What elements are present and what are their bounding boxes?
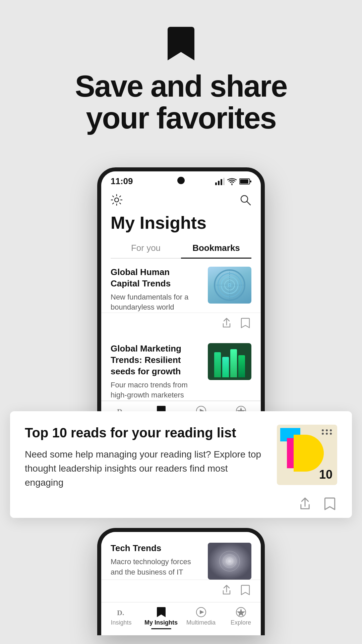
card-actions (25, 496, 337, 511)
svg-rect-3 (223, 178, 225, 185)
article-actions-techtrends (101, 580, 261, 602)
article-subtitle-gmt: Four macro trends from high-growth marke… (111, 380, 201, 401)
phone-frame-bottom: Tech Trends Macro technology forces and … (97, 528, 265, 635)
article-item-ghct: Global Human Capital Trends New fundamen… (101, 259, 261, 313)
top10-yellow-shape (294, 435, 324, 472)
article-text-gmt: Global Marketing Trends: Resilient seeds… (111, 343, 201, 400)
status-icons (215, 178, 251, 185)
nav-label-explore-2: Explore (231, 619, 251, 626)
battery-icon (239, 178, 251, 185)
svg-point-8 (241, 196, 248, 202)
my-insights-nav-icon-2 (156, 606, 167, 618)
svg-rect-1 (218, 181, 220, 185)
wifi-icon (227, 178, 237, 185)
svg-text:D.: D. (117, 608, 124, 617)
top10-dots (322, 429, 333, 435)
tt-art (208, 543, 251, 580)
phone-mockup: 11:09 (0, 167, 362, 438)
multimedia-nav-icon-2 (195, 606, 207, 618)
svg-rect-22 (208, 543, 251, 580)
svg-rect-5 (240, 179, 248, 183)
svg-rect-2 (221, 179, 222, 185)
article-title-techtrends: Tech Trends (111, 543, 201, 554)
share-icon-card[interactable] (298, 496, 312, 511)
dot (326, 429, 328, 431)
nav-label-multimedia-2: Multimedia (186, 619, 216, 626)
bottom-nav-2: D. Insights My Insights Multi (101, 602, 261, 635)
share-icon-techtrends[interactable] (221, 584, 233, 596)
article-thumb-ghct (208, 267, 251, 304)
svg-line-9 (247, 202, 250, 205)
phone-content-bottom: Tech Trends Macro technology forces and … (101, 532, 261, 635)
svg-rect-6 (250, 180, 251, 182)
svg-rect-0 (215, 182, 217, 185)
article-text-techtrends: Tech Trends Macro technology forces and … (111, 543, 201, 577)
tt-svg (208, 543, 251, 580)
article-subtitle-ghct: New fundamentals for a boundaryless worl… (111, 292, 201, 313)
dot (322, 429, 324, 431)
gmt-col-4 (238, 355, 245, 377)
nav-label-my-insights-2: My Insights (144, 619, 178, 626)
card-overlay: Top 10 reads for your reading list Need … (10, 411, 352, 518)
bookmark-icon-ghct[interactable] (239, 317, 251, 329)
card-text: Top 10 reads for your reading list Need … (25, 425, 267, 490)
status-bar: 11:09 (101, 171, 261, 189)
article-text-ghct: Global Human Capital Trends New fundamen… (111, 267, 201, 313)
nav-item-my-insights-2[interactable]: My Insights (141, 606, 181, 629)
phone-frame: 11:09 (97, 167, 265, 438)
top10-art: 10 (277, 425, 337, 485)
explore-nav-icon-2 (235, 606, 247, 618)
svg-marker-28 (200, 610, 204, 614)
dot (326, 433, 328, 435)
nav-item-multimedia-2[interactable]: Multimedia (181, 606, 221, 629)
gmt-art (208, 343, 251, 380)
ghct-svg (211, 268, 248, 302)
nav-item-explore-2[interactable]: Explore (221, 606, 261, 629)
hero-title: Save and share your favorites (75, 70, 287, 134)
bookmark-icon-card[interactable] (322, 496, 337, 511)
phone-mockup-bottom: Tech Trends Macro technology forces and … (0, 528, 362, 635)
card-description: Need some help managing your reading lis… (25, 447, 267, 490)
nav-item-insights-2[interactable]: D. Insights (101, 606, 141, 629)
page-title: My Insights (101, 210, 261, 238)
nav-label-insights-2: Insights (111, 619, 131, 626)
active-nav-underline-2 (151, 628, 171, 629)
article-thumb-techtrends (208, 543, 251, 580)
insights-nav-icon-2: D. (116, 606, 127, 618)
phone-content: My Insights For you Bookmarks Global Hum… (101, 189, 261, 434)
gmt-col-3 (230, 349, 237, 378)
article-thumb-gmt (208, 343, 251, 380)
tabs: For you Bookmarks (111, 238, 251, 259)
gmt-col-1 (214, 352, 221, 377)
tab-bookmarks[interactable]: Bookmarks (181, 238, 251, 258)
article-item-techtrends: Tech Trends Macro technology forces and … (101, 532, 261, 580)
article-actions-ghct (101, 313, 261, 335)
article-title-ghct: Global Human Capital Trends (111, 267, 201, 289)
share-icon-ghct[interactable] (221, 317, 233, 329)
card-title: Top 10 reads for your reading list (25, 425, 267, 441)
app-header (101, 189, 261, 210)
article-title-gmt: Global Marketing Trends: Resilient seeds… (111, 343, 201, 377)
top10-number: 10 (319, 468, 333, 482)
dot (330, 433, 332, 435)
hero-section: Save and share your favorites (0, 0, 362, 154)
article-item-gmt: Global Marketing Trends: Resilient seeds… (101, 335, 261, 401)
settings-icon[interactable] (111, 194, 123, 207)
dot (322, 433, 324, 435)
search-icon[interactable] (239, 194, 251, 207)
gmt-col-2 (222, 357, 229, 377)
ghct-art (208, 267, 251, 304)
signal-icon (215, 178, 225, 185)
bookmark-icon-techtrends[interactable] (239, 584, 251, 596)
dot (330, 429, 332, 431)
bookmark-icon-hero (168, 27, 194, 60)
article-subtitle-techtrends: Macro technology forces and the business… (111, 557, 201, 578)
camera-notch (177, 177, 185, 184)
tab-for-you[interactable]: For you (111, 238, 181, 258)
card-row: Top 10 reads for your reading list Need … (25, 425, 337, 490)
card-thumb: 10 (277, 425, 337, 485)
status-time: 11:09 (111, 176, 133, 186)
svg-point-7 (115, 198, 119, 202)
